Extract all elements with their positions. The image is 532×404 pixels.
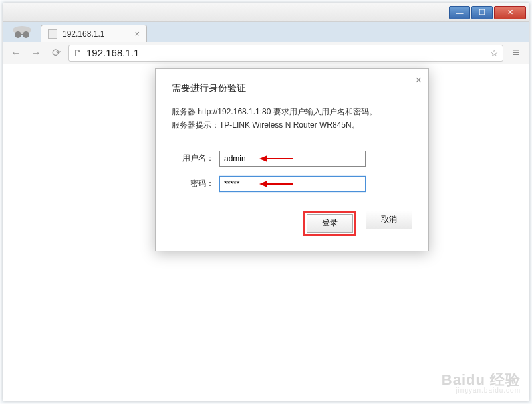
page-favicon-icon (48, 29, 57, 39)
address-bar[interactable]: 🗋 192.168.1.1 ☆ (68, 45, 503, 62)
tab-strip: 192.168.1.1 × (3, 22, 529, 42)
dialog-message: 服务器 http://192.168.1.1:80 要求用户输入用户名和密码。 … (172, 105, 412, 132)
globe-icon: 🗋 (73, 48, 82, 58)
forward-button[interactable]: → (29, 46, 43, 60)
password-label: 密码： (172, 178, 214, 189)
chrome-menu-button[interactable]: ≡ (509, 46, 523, 60)
window-maximize-button[interactable]: ☐ (471, 6, 493, 19)
svg-point-1 (15, 31, 21, 38)
url-text: 192.168.1.1 (86, 47, 486, 58)
window-close-button[interactable]: ✕ (494, 6, 526, 19)
incognito-icon (9, 23, 35, 41)
browser-toolbar: ← → ⟳ 🗋 192.168.1.1 ☆ ≡ (3, 42, 529, 64)
bookmark-star-icon[interactable]: ☆ (490, 48, 499, 58)
cancel-button[interactable]: 取消 (366, 211, 412, 229)
window-titlebar: — ☐ ✕ (3, 3, 529, 22)
password-input[interactable] (219, 176, 366, 192)
svg-rect-3 (21, 34, 23, 35)
login-button[interactable]: 登录 (307, 214, 353, 233)
tab-title: 192.168.1.1 (63, 29, 104, 39)
reload-button[interactable]: ⟳ (49, 46, 63, 60)
auth-dialog: × 需要进行身份验证 服务器 http://192.168.1.1:80 要求用… (155, 68, 429, 251)
dialog-title: 需要进行身份验证 (172, 82, 412, 94)
window-minimize-button[interactable]: — (449, 6, 470, 19)
browser-window: 192.168.1.1 × — ☐ ✕ ← → ⟳ 🗋 192.168.1.1 … (3, 3, 529, 401)
browser-tab[interactable]: 192.168.1.1 × (41, 25, 147, 42)
dialog-close-icon[interactable]: × (416, 74, 422, 86)
annotation-highlight-box: 登录 (303, 211, 356, 236)
username-input[interactable] (219, 151, 366, 167)
username-label: 用户名： (172, 153, 214, 164)
svg-point-2 (23, 31, 29, 38)
tab-close-icon[interactable]: × (134, 29, 140, 39)
back-button[interactable]: ← (9, 46, 23, 60)
watermark: Baidu 经验 jingyan.baidu.com (442, 373, 521, 394)
page-content: × 需要进行身份验证 服务器 http://192.168.1.1:80 要求用… (3, 64, 529, 401)
